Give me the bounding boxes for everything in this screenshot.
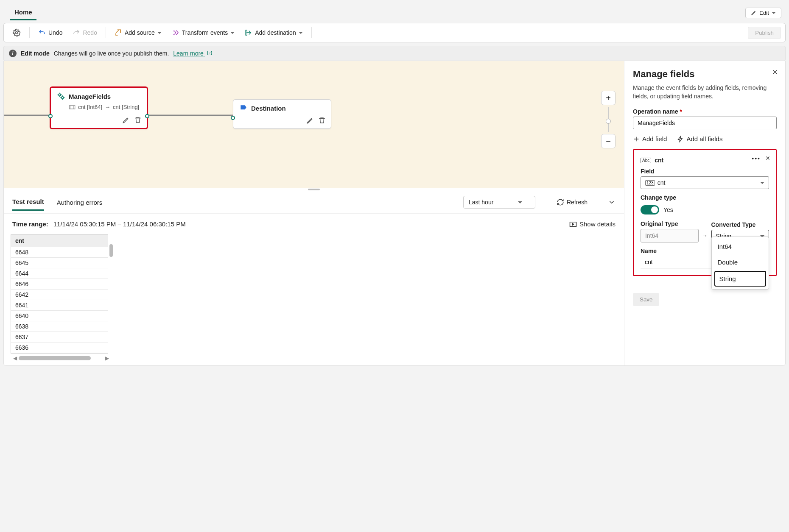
converted-type-dropdown: Int64DoubleString [711,237,769,290]
table-row[interactable]: 6645 [11,258,108,268]
external-link-icon [207,50,212,56]
close-icon[interactable] [765,155,771,162]
node-input-pin[interactable] [48,114,53,118]
add-source-button[interactable]: Add source [110,26,166,39]
zoom-slider[interactable] [608,107,609,132]
pipeline-canvas[interactable]: ManageFields cnt [Int64] → cnt [String] [4,61,624,188]
add-source-icon [115,29,122,36]
result-table: cnt 664866456644664666426641664066386637… [11,234,108,354]
manage-fields-panel: Manage fields Manage the event fields by… [624,61,785,365]
learn-more-link[interactable]: Learn more [173,50,212,57]
refresh-button[interactable]: Refresh [552,196,592,209]
lightning-icon [677,136,684,142]
close-icon[interactable] [772,69,778,75]
abc-type-icon: Abc [641,158,651,163]
table-header-cnt[interactable]: cnt [11,235,108,247]
operation-name-input[interactable] [633,117,777,129]
trash-icon[interactable] [134,116,142,124]
dropdown-option[interactable]: Double [712,254,769,270]
panel-description: Manage the event fields by adding fields… [633,84,777,100]
chevron-down-icon [518,201,522,203]
node-input-pin[interactable] [231,116,235,120]
undo-icon [38,29,46,36]
add-all-fields-button[interactable]: Add all fields [677,135,722,142]
change-type-toggle[interactable] [641,205,659,214]
transform-icon [172,29,179,36]
trash-icon[interactable] [318,117,326,124]
column-icon [69,105,76,110]
svg-point-0 [16,32,18,34]
plus-icon [633,136,640,142]
panel-expand-icon [569,221,577,227]
arrow-right-icon: → [702,232,708,242]
tab-authoring-errors[interactable]: Authoring errors [57,195,103,210]
undo-button[interactable]: Undo [34,26,67,39]
table-row[interactable]: 6642 [11,290,108,300]
scroll-right-arrow[interactable]: ▶ [105,355,109,361]
svg-point-4 [59,94,61,96]
node-output-pin[interactable] [145,114,149,118]
add-field-button[interactable]: Add field [633,135,667,142]
svg-rect-6 [69,106,75,109]
info-icon: i [9,50,17,57]
more-icon[interactable]: ••• [752,155,761,162]
table-row[interactable]: 6636 [11,343,108,353]
edit-dropdown-button[interactable]: Edit [745,8,781,18]
dropdown-option[interactable]: String [714,271,767,287]
node-manage-fields[interactable]: ManageFields cnt [Int64] → cnt [String] [50,86,148,129]
add-destination-button[interactable]: Add destination [241,26,307,39]
horizontal-scrollbar[interactable] [19,356,91,360]
settings-button[interactable] [8,26,25,39]
pencil-icon [751,10,757,16]
publish-button: Publish [748,27,781,39]
chevron-down-icon [299,32,303,34]
add-destination-icon [245,29,252,36]
table-row[interactable]: 6638 [11,321,108,332]
original-type-display: Int64 [641,229,699,242]
number-type-icon: 123 [645,180,655,186]
chevron-down-icon [230,32,235,34]
redo-button: Redo [68,26,101,39]
field-config-box: ••• Abc cnt Field 123 cnt [633,149,777,276]
time-range-label: Time range: [12,220,48,228]
gear-icon [12,28,21,37]
show-details-button[interactable]: Show details [569,220,616,228]
table-row[interactable]: 6644 [11,268,108,279]
vertical-scrollbar[interactable] [109,244,113,257]
chevron-down-icon[interactable] [608,198,616,206]
arrow-right-icon: → [105,104,110,110]
table-row[interactable]: 6640 [11,311,108,321]
table-row[interactable]: 6648 [11,247,108,258]
zoom-in-button[interactable]: + [601,91,616,105]
edit-label: Edit [759,10,769,16]
time-range-value: 11/14/24 05:30:15 PM – 11/14/24 06:30:15… [53,220,186,228]
pencil-icon[interactable] [306,117,314,124]
refresh-icon [557,198,564,206]
toolbar: Undo Redo Add source Transform events [3,23,786,42]
redo-icon [73,29,80,36]
transform-events-button[interactable]: Transform events [168,26,239,39]
save-button: Save [633,293,659,306]
zoom-out-button[interactable]: − [601,134,616,148]
chevron-down-icon [157,32,162,34]
node-destination[interactable]: Destination [233,99,331,129]
dropdown-option[interactable]: Int64 [712,239,769,254]
panel-title: Manage fields [633,69,777,80]
time-window-select[interactable]: Last hour [463,196,535,209]
tab-test-result[interactable]: Test result [12,194,44,211]
svg-point-5 [62,97,64,99]
pencil-icon[interactable] [122,116,130,124]
chevron-down-icon [772,12,776,14]
destination-icon [239,104,248,112]
table-row[interactable]: 6637 [11,332,108,343]
scroll-left-arrow[interactable]: ◀ [13,355,17,361]
tab-home[interactable]: Home [10,5,36,20]
field-select[interactable]: 123 cnt [641,176,769,189]
table-row[interactable]: 6641 [11,300,108,311]
zoom-controls: + − [601,91,616,148]
edit-mode-infobar: i Edit mode Changes will go live once yo… [3,46,786,61]
manage-fields-icon [57,92,65,100]
chevron-down-icon [760,182,764,184]
table-row[interactable]: 6646 [11,279,108,290]
